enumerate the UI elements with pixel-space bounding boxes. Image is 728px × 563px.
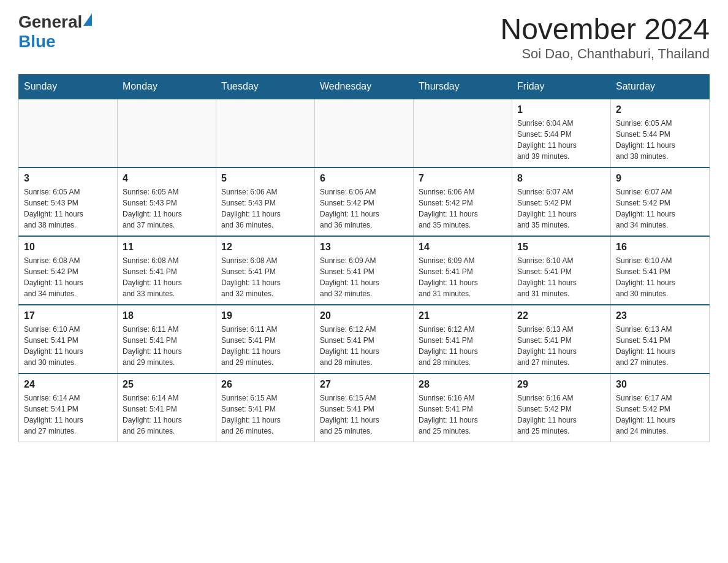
column-header-sunday: Sunday [19,75,118,99]
day-info: Sunrise: 6:15 AMSunset: 5:41 PMDaylight:… [320,393,408,437]
calendar-cell: 24Sunrise: 6:14 AMSunset: 5:41 PMDayligh… [19,373,118,442]
day-info: Sunrise: 6:13 AMSunset: 5:41 PMDaylight:… [517,324,605,368]
day-info: Sunrise: 6:12 AMSunset: 5:41 PMDaylight:… [419,324,507,368]
day-number: 27 [320,379,408,390]
calendar-cell [315,99,414,167]
calendar-cell: 25Sunrise: 6:14 AMSunset: 5:41 PMDayligh… [118,373,216,442]
calendar-cell: 26Sunrise: 6:15 AMSunset: 5:41 PMDayligh… [216,373,315,442]
day-info: Sunrise: 6:08 AMSunset: 5:42 PMDaylight:… [24,255,112,299]
day-info: Sunrise: 6:12 AMSunset: 5:41 PMDaylight:… [320,324,408,368]
day-number: 19 [221,310,309,321]
day-number: 10 [24,242,112,253]
calendar-cell: 19Sunrise: 6:11 AMSunset: 5:41 PMDayligh… [216,305,315,373]
day-number: 4 [123,173,211,184]
calendar-cell: 17Sunrise: 6:10 AMSunset: 5:41 PMDayligh… [19,305,118,373]
calendar-cell: 14Sunrise: 6:09 AMSunset: 5:41 PMDayligh… [414,236,512,305]
day-info: Sunrise: 6:07 AMSunset: 5:42 PMDaylight:… [517,186,605,231]
calendar-cell: 6Sunrise: 6:06 AMSunset: 5:42 PMDaylight… [315,167,414,236]
day-number: 20 [320,310,408,321]
page-header: General Blue November 2024 Soi Dao, Chan… [18,12,710,62]
calendar-cell: 18Sunrise: 6:11 AMSunset: 5:41 PMDayligh… [118,305,216,373]
week-row-4: 17Sunrise: 6:10 AMSunset: 5:41 PMDayligh… [19,305,710,373]
calendar-cell: 28Sunrise: 6:16 AMSunset: 5:41 PMDayligh… [414,373,512,442]
day-number: 25 [123,379,211,390]
column-header-wednesday: Wednesday [315,75,414,99]
logo: General Blue [18,12,92,52]
day-info: Sunrise: 6:05 AMSunset: 5:44 PMDaylight:… [616,118,704,162]
day-number: 2 [616,104,704,115]
column-header-monday: Monday [118,75,216,99]
day-number: 30 [616,379,704,390]
day-info: Sunrise: 6:09 AMSunset: 5:41 PMDaylight:… [419,255,507,299]
day-number: 9 [616,173,704,184]
week-row-5: 24Sunrise: 6:14 AMSunset: 5:41 PMDayligh… [19,373,710,442]
calendar-cell: 16Sunrise: 6:10 AMSunset: 5:41 PMDayligh… [611,236,710,305]
calendar-cell: 9Sunrise: 6:07 AMSunset: 5:42 PMDaylight… [611,167,710,236]
day-number: 15 [517,242,605,253]
day-info: Sunrise: 6:05 AMSunset: 5:43 PMDaylight:… [123,186,211,231]
calendar-cell [19,99,118,167]
day-info: Sunrise: 6:08 AMSunset: 5:41 PMDaylight:… [221,255,309,299]
column-header-friday: Friday [512,75,611,99]
day-info: Sunrise: 6:07 AMSunset: 5:42 PMDaylight:… [616,186,704,231]
calendar-cell: 15Sunrise: 6:10 AMSunset: 5:41 PMDayligh… [512,236,611,305]
day-number: 26 [221,379,309,390]
day-number: 6 [320,173,408,184]
day-info: Sunrise: 6:10 AMSunset: 5:41 PMDaylight:… [517,255,605,299]
calendar-cell: 23Sunrise: 6:13 AMSunset: 5:41 PMDayligh… [611,305,710,373]
calendar-cell: 29Sunrise: 6:16 AMSunset: 5:42 PMDayligh… [512,373,611,442]
calendar-cell: 2Sunrise: 6:05 AMSunset: 5:44 PMDaylight… [611,99,710,167]
day-number: 5 [221,173,309,184]
calendar-header-row: SundayMondayTuesdayWednesdayThursdayFrid… [19,75,710,99]
calendar-cell: 27Sunrise: 6:15 AMSunset: 5:41 PMDayligh… [315,373,414,442]
day-info: Sunrise: 6:06 AMSunset: 5:42 PMDaylight:… [419,186,507,231]
day-number: 12 [221,242,309,253]
day-info: Sunrise: 6:17 AMSunset: 5:42 PMDaylight:… [616,393,704,437]
calendar-cell: 10Sunrise: 6:08 AMSunset: 5:42 PMDayligh… [19,236,118,305]
day-number: 16 [616,242,704,253]
day-info: Sunrise: 6:06 AMSunset: 5:43 PMDaylight:… [221,186,309,231]
day-number: 14 [419,242,507,253]
column-header-tuesday: Tuesday [216,75,315,99]
day-info: Sunrise: 6:14 AMSunset: 5:41 PMDaylight:… [24,393,112,437]
day-number: 23 [616,310,704,321]
day-info: Sunrise: 6:11 AMSunset: 5:41 PMDaylight:… [221,324,309,368]
day-info: Sunrise: 6:04 AMSunset: 5:44 PMDaylight:… [517,118,605,162]
day-number: 13 [320,242,408,253]
title-block: November 2024 Soi Dao, Chanthaburi, Thai… [500,12,710,62]
day-number: 21 [419,310,507,321]
day-info: Sunrise: 6:11 AMSunset: 5:41 PMDaylight:… [123,324,211,368]
day-info: Sunrise: 6:10 AMSunset: 5:41 PMDaylight:… [616,255,704,299]
calendar-cell: 3Sunrise: 6:05 AMSunset: 5:43 PMDaylight… [19,167,118,236]
calendar-cell: 4Sunrise: 6:05 AMSunset: 5:43 PMDaylight… [118,167,216,236]
day-number: 28 [419,379,507,390]
day-info: Sunrise: 6:09 AMSunset: 5:41 PMDaylight:… [320,255,408,299]
column-header-thursday: Thursday [414,75,512,99]
logo-general-text: General [18,12,82,32]
day-info: Sunrise: 6:05 AMSunset: 5:43 PMDaylight:… [24,186,112,231]
day-info: Sunrise: 6:13 AMSunset: 5:41 PMDaylight:… [616,324,704,368]
day-info: Sunrise: 6:10 AMSunset: 5:41 PMDaylight:… [24,324,112,368]
calendar-cell [216,99,315,167]
day-number: 24 [24,379,112,390]
day-info: Sunrise: 6:06 AMSunset: 5:42 PMDaylight:… [320,186,408,231]
calendar-cell: 30Sunrise: 6:17 AMSunset: 5:42 PMDayligh… [611,373,710,442]
calendar-cell: 5Sunrise: 6:06 AMSunset: 5:43 PMDaylight… [216,167,315,236]
day-number: 1 [517,104,605,115]
day-number: 7 [419,173,507,184]
calendar-cell: 20Sunrise: 6:12 AMSunset: 5:41 PMDayligh… [315,305,414,373]
day-number: 3 [24,173,112,184]
calendar-cell: 7Sunrise: 6:06 AMSunset: 5:42 PMDaylight… [414,167,512,236]
day-info: Sunrise: 6:14 AMSunset: 5:41 PMDaylight:… [123,393,211,437]
calendar-cell: 22Sunrise: 6:13 AMSunset: 5:41 PMDayligh… [512,305,611,373]
calendar-cell: 21Sunrise: 6:12 AMSunset: 5:41 PMDayligh… [414,305,512,373]
column-header-saturday: Saturday [611,75,710,99]
page-title: November 2024 [500,12,710,46]
calendar-cell: 8Sunrise: 6:07 AMSunset: 5:42 PMDaylight… [512,167,611,236]
day-number: 29 [517,379,605,390]
day-number: 22 [517,310,605,321]
day-number: 11 [123,242,211,253]
logo-triangle-icon [83,13,92,26]
calendar-cell: 1Sunrise: 6:04 AMSunset: 5:44 PMDaylight… [512,99,611,167]
day-number: 18 [123,310,211,321]
